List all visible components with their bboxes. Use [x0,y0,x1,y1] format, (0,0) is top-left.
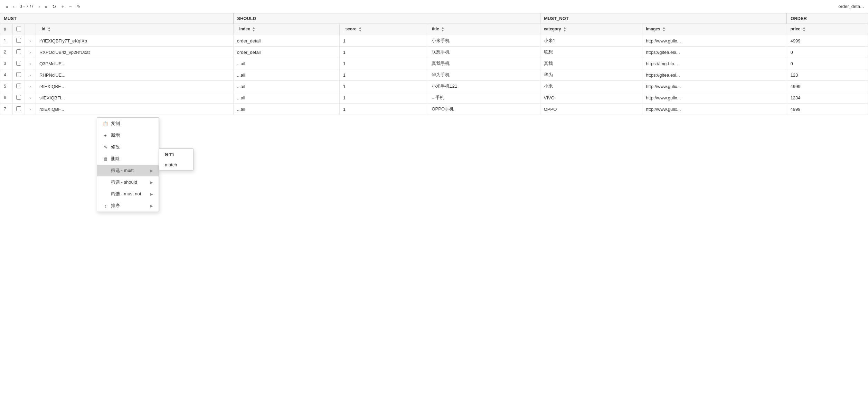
table-row: 3 › Q3PMclUE... ...ail 1 真我手机 真我 https:/… [0,58,868,69]
first-page-button[interactable]: « [4,3,10,10]
row-title: ...手机 [428,92,540,104]
row-checkbox-cell[interactable] [13,81,25,92]
next-page-button[interactable]: › [37,3,41,10]
row-num: 2 [0,47,13,58]
table-row: 6 › sllEXIQBFl... ...ail 1 ...手机 VIVO ht… [0,92,868,104]
row-index: order_detail [233,35,339,47]
row-checkbox[interactable] [16,38,21,43]
row-score: 1 [339,92,428,104]
row-checkbox[interactable] [16,61,21,66]
last-page-button[interactable]: » [44,3,49,10]
row-price: 0 [787,58,868,69]
row-price: 1234 [787,92,868,104]
row-expand[interactable]: › [25,35,36,47]
remove-button[interactable]: − [68,3,73,10]
col-id[interactable]: _id ▲▼ [36,24,234,35]
row-score: 1 [339,81,428,92]
row-checkbox-cell[interactable] [13,47,25,58]
col-score[interactable]: _score ▲▼ [339,24,428,35]
row-checkbox-cell[interactable] [13,104,25,115]
row-index: ...ail [233,104,339,115]
row-score: 1 [339,58,428,69]
row-score: 1 [339,47,428,58]
row-images: https://gitea.esi... [642,47,787,58]
row-num: 5 [0,81,13,92]
row-index: order_detail [233,47,339,58]
col-num: # [0,24,13,35]
row-title: 联想手机 [428,47,540,58]
row-index: ...ail [233,69,339,81]
row-price: 4999 [787,81,868,92]
row-checkbox-cell[interactable] [13,92,25,104]
row-title: OPPO手机 [428,104,540,115]
row-category: 小米 [540,81,642,92]
row-images: http://www.gulix... [642,35,787,47]
prev-page-button[interactable]: ‹ [12,3,16,10]
col-title[interactable]: title ▲▼ [428,24,540,35]
refresh-button[interactable]: ↻ [51,3,58,10]
row-index: ...ail [233,58,339,69]
row-category: VIVO [540,92,642,104]
row-images: http://www.gulix... [642,81,787,92]
row-id: Q3PMclUE... [36,58,234,69]
row-images: http://www.gulix... [642,92,787,104]
add-button[interactable]: + [60,3,65,10]
row-title: 真我手机 [428,58,540,69]
row-id: r4lEXIQBF... [36,81,234,92]
row-checkbox[interactable] [16,49,21,54]
row-price: 0 [787,47,868,58]
row-checkbox-cell[interactable] [13,58,25,69]
group-should: SHOULD [233,13,540,24]
row-category: 小米1 [540,35,642,47]
data-table: MUST SHOULD MUST_NOT ORDER # _id ▲▼ _ind… [0,13,868,115]
row-images: https://gitea.esi... [642,69,787,81]
col-expand [25,24,36,35]
row-expand[interactable]: › [25,47,36,58]
toolbar: « ‹ 0 - 7 /7 › » ↻ + − ✎ order_deta... [0,0,868,13]
table-row: 2 › RXPOclUB4z_vp2RfUxat order_detail 1 … [0,47,868,58]
row-expand[interactable]: › [25,104,36,115]
row-num: 4 [0,69,13,81]
row-expand[interactable]: › [25,69,36,81]
row-category: 联想 [540,47,642,58]
row-checkbox[interactable] [16,106,21,111]
row-images: https://img-blo... [642,58,787,69]
row-title: 小米手机 [428,35,540,47]
edit-button[interactable]: ✎ [75,3,82,10]
order-detail-label: order_deta... [838,4,864,9]
row-num: 6 [0,92,13,104]
row-checkbox[interactable] [16,72,21,77]
col-images[interactable]: images ▲▼ [642,24,787,35]
row-expand[interactable]: › [25,58,36,69]
table-row: 1 › rYlEXIQBFly7T_eKqIXp order_detail 1 … [0,35,868,47]
table-wrap: MUST SHOULD MUST_NOT ORDER # _id ▲▼ _ind… [0,13,868,115]
row-checkbox-cell[interactable] [13,35,25,47]
row-price: 123 [787,69,868,81]
group-must-not: MUST_NOT [540,13,787,24]
row-expand[interactable]: › [25,81,36,92]
col-category[interactable]: category ▲▼ [540,24,642,35]
group-must: MUST [0,13,234,24]
row-category: 华为 [540,69,642,81]
table-row: 4 › RHPNclUE... ...ail 1 华为手机 华为 https:/… [0,69,868,81]
row-images: http://www.gulix... [642,104,787,115]
table-body: 1 › rYlEXIQBFly7T_eKqIXp order_detail 1 … [0,35,868,115]
col-price[interactable]: price ▲▼ [787,24,868,35]
table-row: 7 › rolEXIQBF... ...ail 1 OPPO手机 OPPO ht… [0,104,868,115]
row-checkbox[interactable] [16,95,21,100]
row-expand[interactable]: › [25,92,36,104]
col-index[interactable]: _index ▲▼ [233,24,339,35]
row-checkbox[interactable] [16,84,21,88]
row-score: 1 [339,35,428,47]
row-score: 1 [339,104,428,115]
row-id: rolEXIQBF... [36,104,234,115]
row-checkbox-cell[interactable] [13,69,25,81]
group-header-row: MUST SHOULD MUST_NOT ORDER [0,13,868,24]
row-category: OPPO [540,104,642,115]
row-index: ...ail [233,81,339,92]
select-all-checkbox[interactable] [16,27,21,31]
row-id: RHPNclUE... [36,69,234,81]
col-check [13,24,25,35]
row-price: 4999 [787,35,868,47]
row-title: 小米手机121 [428,81,540,92]
